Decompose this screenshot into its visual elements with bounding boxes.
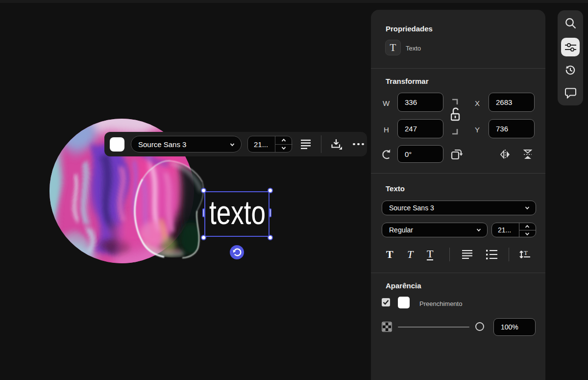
svg-text:T: T [524,249,528,256]
